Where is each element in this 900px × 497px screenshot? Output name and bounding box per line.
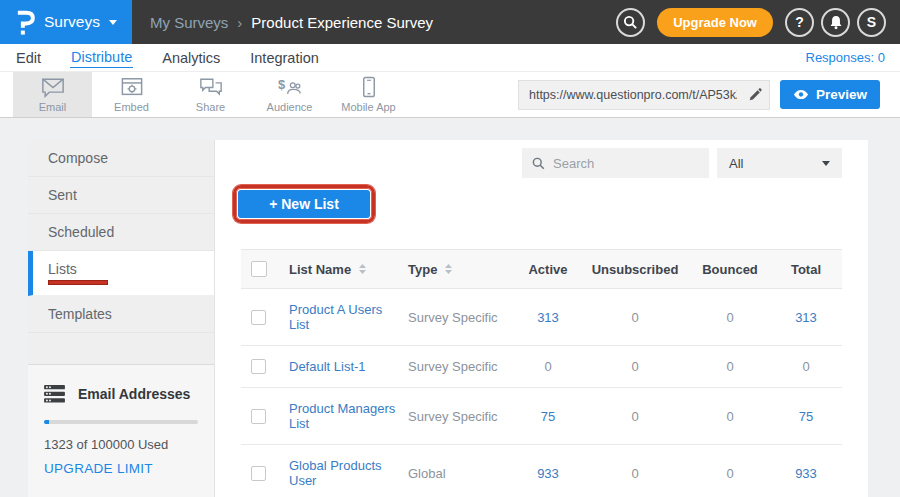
app-root: Surveys My Surveys › Product Experience …	[0, 0, 900, 497]
row-checkbox[interactable]	[251, 466, 266, 481]
list-search-input[interactable]	[553, 156, 699, 171]
new-list-row: + New List	[233, 185, 868, 223]
toolbar-item-label: Email	[39, 101, 67, 113]
unsubscribed-count: 0	[580, 445, 690, 497]
active-count: 0	[516, 346, 580, 388]
toolbar-item-label: Audience	[267, 101, 313, 113]
eye-icon	[793, 89, 809, 100]
col-total: Total	[770, 250, 842, 289]
email-addresses-title: Email Addresses	[78, 386, 190, 402]
preview-label: Preview	[816, 87, 867, 102]
tab-distribute[interactable]: Distribute	[70, 47, 133, 68]
search-icon	[623, 15, 638, 30]
upgrade-limit-link[interactable]: UPGRADE LIMIT	[44, 461, 198, 476]
sidebar-item-templates[interactable]: Templates	[28, 296, 214, 333]
toolbar-item-share[interactable]: Share	[171, 72, 250, 117]
toolbar-item-label: Share	[196, 101, 225, 113]
row-checkbox[interactable]	[251, 310, 266, 325]
survey-nav: Edit Distribute Analytics Integration Re…	[0, 44, 900, 72]
bounced-count: 0	[690, 388, 770, 445]
list-type: Global	[404, 445, 516, 497]
toolbar-item-label: Embed	[114, 101, 149, 113]
toolbar-item-label: Mobile App	[341, 101, 395, 113]
notifications-button[interactable]	[821, 8, 850, 37]
list-name-link[interactable]: Product A Users List	[285, 289, 404, 346]
breadcrumb-separator: ›	[237, 14, 242, 31]
list-type-filter-dropdown[interactable]: All	[717, 148, 842, 178]
surveys-menu-button[interactable]: Surveys	[0, 0, 132, 44]
total-count[interactable]: 313	[770, 289, 842, 346]
breadcrumb: My Surveys › Product Experience Survey	[150, 14, 433, 31]
list-name-link[interactable]: Global Products User	[285, 445, 404, 497]
row-checkbox[interactable]	[251, 359, 266, 374]
list-name-link[interactable]: Default List-1	[285, 346, 404, 388]
sidebar-item-lists[interactable]: Lists	[28, 251, 214, 296]
distribute-toolbar: Email Embed	[0, 72, 900, 118]
search-button[interactable]	[616, 8, 645, 37]
toolbar-item-email[interactable]: Email	[13, 72, 92, 117]
red-annotation-box: + New List	[233, 185, 375, 223]
unsubscribed-count: 0	[580, 388, 690, 445]
help-button[interactable]: ?	[785, 8, 814, 37]
upgrade-now-button[interactable]: Upgrade Now	[657, 8, 773, 37]
row-checkbox[interactable]	[251, 409, 266, 424]
lists-panel: All + New List	[215, 140, 868, 497]
unsubscribed-count: 0	[580, 289, 690, 346]
active-count[interactable]: 313	[516, 289, 580, 346]
email-addresses-icon	[44, 385, 65, 403]
toolbar-item-embed[interactable]: Embed	[92, 72, 171, 117]
active-count[interactable]: 933	[516, 445, 580, 497]
embed-icon	[121, 77, 143, 98]
red-annotation-underline	[48, 280, 108, 285]
tab-analytics[interactable]: Analytics	[161, 48, 221, 68]
list-name-link[interactable]: Product Managers List	[285, 388, 404, 445]
email-usage-progress-fill	[44, 420, 49, 424]
sidebar-item-scheduled[interactable]: Scheduled	[28, 214, 214, 251]
preview-button[interactable]: Preview	[780, 80, 880, 109]
email-usage-progressbar	[44, 420, 198, 424]
sidebar-item-compose[interactable]: Compose	[28, 140, 214, 177]
chevron-down-icon	[109, 20, 117, 25]
avatar-initial: S	[867, 14, 876, 30]
mobile-app-icon	[362, 76, 376, 98]
toolbar-item-audience[interactable]: $ Audience	[250, 72, 329, 117]
sidebar-item-sent[interactable]: Sent	[28, 177, 214, 214]
email-addresses-panel: Email Addresses 1323 of 100000 Used UPGR…	[28, 364, 214, 497]
tab-integration[interactable]: Integration	[249, 48, 320, 68]
breadcrumb-parent[interactable]: My Surveys	[150, 14, 228, 31]
svg-text:$: $	[278, 77, 285, 92]
table-header-row: List Name Type	[241, 250, 842, 289]
total-count[interactable]: 75	[770, 388, 842, 445]
toolbar-item-mobile-app[interactable]: Mobile App	[329, 72, 408, 117]
toolbar-spacer	[408, 72, 518, 117]
lists-table: List Name Type	[241, 249, 842, 497]
bounced-count: 0	[690, 289, 770, 346]
edit-url-button[interactable]	[741, 88, 769, 102]
col-list-name[interactable]: List Name	[289, 262, 351, 277]
total-count: 0	[770, 346, 842, 388]
content-area: Compose Sent Scheduled Lists Templates	[28, 140, 868, 497]
surveys-menu-label: Surveys	[44, 13, 100, 31]
col-type[interactable]: Type	[408, 262, 437, 277]
tab-edit[interactable]: Edit	[15, 48, 42, 68]
select-all-checkbox[interactable]	[251, 261, 267, 277]
table-row: Product Managers List Survey Specific 75…	[241, 388, 842, 445]
sidebar-item-lists-label: Lists	[48, 261, 77, 277]
question-mark-icon: ?	[795, 14, 804, 30]
audience-icon: $	[278, 77, 302, 98]
survey-url-box	[518, 80, 770, 110]
survey-url-field[interactable]	[519, 88, 741, 102]
breadcrumb-current: Product Experience Survey	[251, 14, 433, 31]
account-avatar[interactable]: S	[857, 8, 886, 37]
share-icon	[199, 77, 223, 98]
list-type: Survey Specific	[404, 388, 516, 445]
bounced-count: 0	[690, 346, 770, 388]
active-count[interactable]: 75	[516, 388, 580, 445]
sort-icon[interactable]	[358, 263, 367, 275]
table-row: Product A Users List Survey Specific 313…	[241, 289, 842, 346]
unsubscribed-count: 0	[580, 346, 690, 388]
new-list-button[interactable]: + New List	[238, 190, 370, 218]
total-count[interactable]: 933	[770, 445, 842, 497]
sort-icon[interactable]	[444, 263, 453, 275]
chevron-down-icon	[822, 161, 830, 166]
